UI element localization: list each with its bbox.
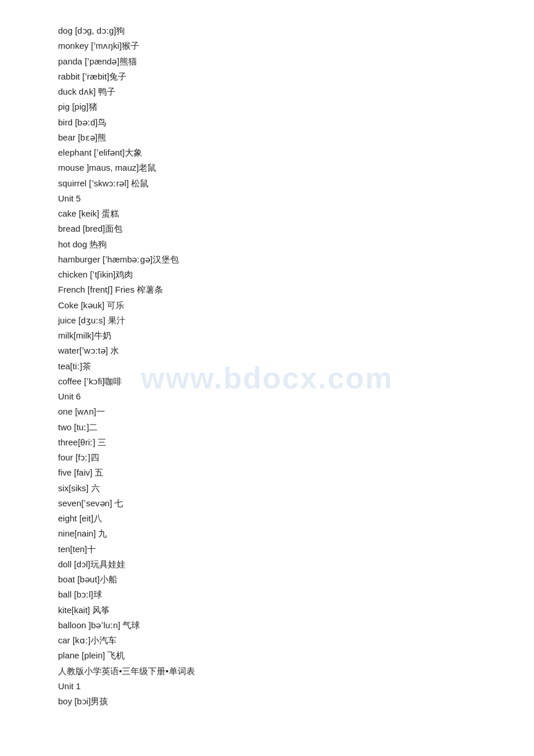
word-line: balloon ]bəˈluːn] 气球 (58, 618, 476, 633)
word-line: Unit 5 (58, 191, 476, 206)
word-line: Unit 1 (58, 679, 476, 694)
word-line: boat [bəut]小船 (58, 572, 476, 587)
word-line: kite[kait] 风筝 (58, 603, 476, 618)
word-line: bread [bred]面包 (58, 221, 476, 236)
word-line: French [frentʃ] Fries 榨薯条 (58, 282, 476, 297)
word-line: doll [dɔl]玩具娃娃 (58, 557, 476, 572)
word-line: five [faiv] 五 (58, 465, 476, 480)
word-line: seven[ˈsevən] 七 (58, 496, 476, 511)
word-line: hot dog 热狗 (58, 237, 476, 252)
word-line: rabbit [ˈræbit]兔子 (58, 69, 476, 84)
word-line: bear [bɛə]熊 (58, 130, 476, 145)
word-line: bird [bəːd]鸟 (58, 115, 476, 130)
word-line: chicken [ˈtʃikin]鸡肉 (58, 267, 476, 282)
word-line: Coke [kəuk] 可乐 (58, 298, 476, 313)
word-line: mouse ]maus, mauz]老鼠 (58, 160, 476, 175)
word-line: juice [dʒuːs] 果汁 (58, 313, 476, 328)
word-line: two [tuː]二 (58, 420, 476, 435)
word-line: pig [pig]猪 (58, 99, 476, 114)
word-line: eight [eit]八 (58, 511, 476, 526)
word-line: hamburger [ˈhæmbəːgə]汉堡包 (58, 252, 476, 267)
word-list: dog [dɔg, dɔːg]狗monkey [ˈmʌŋki]猴子panda [… (58, 23, 476, 709)
word-line: dog [dɔg, dɔːg]狗 (58, 23, 476, 38)
word-line: Unit 6 (58, 389, 476, 404)
word-line: three[θriː] 三 (58, 435, 476, 450)
word-line: boy [bɔi]男孩 (58, 694, 476, 709)
word-line: cake [keik] 蛋糕 (58, 206, 476, 221)
word-line: panda [ˈpændə]熊猫 (58, 54, 476, 69)
word-line: duck dʌk] 鸭子 (58, 84, 476, 99)
word-line: squirrel [ˈskwɔːrəl] 松鼠 (58, 176, 476, 191)
word-line: six[siks] 六 (58, 481, 476, 496)
word-line: water[ˈwɔːtə] 水 (58, 343, 476, 358)
word-line: tea[tiː]茶 (58, 359, 476, 374)
word-line: 人教版小学英语•三年级下册•单词表 (58, 664, 476, 679)
word-line: nine[nain] 九 (58, 526, 476, 541)
word-line: one [wʌn]一 (58, 404, 476, 419)
word-line: ball [bɔːl]球 (58, 587, 476, 602)
word-line: four [fɔː]四 (58, 450, 476, 465)
word-line: milk[milk]牛奶 (58, 328, 476, 343)
word-line: elephant [ˈelifənt]大象 (58, 145, 476, 160)
word-line: car [kɑː]小汽车 (58, 633, 476, 648)
word-line: plane [plein] 飞机 (58, 648, 476, 663)
word-line: ten[ten]十 (58, 542, 476, 557)
word-line: monkey [ˈmʌŋki]猴子 (58, 38, 476, 53)
word-line: coffee [ˈkɔfi]咖啡 (58, 374, 476, 389)
